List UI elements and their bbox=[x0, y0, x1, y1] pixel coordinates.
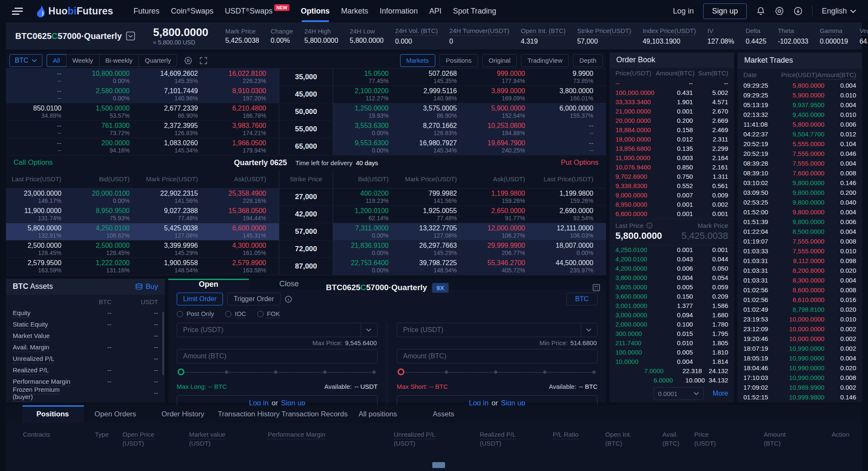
option-quote-cell[interactable]: 1,083.0260145.34% bbox=[142, 138, 211, 155]
order-book-ask-row[interactable]: 18,000.00000.0122.311 bbox=[609, 135, 734, 144]
tick-size-select[interactable]: 0.0001 bbox=[654, 387, 704, 400]
option-quote-cell[interactable]: 1,199.9800159.26% bbox=[538, 188, 606, 205]
order-book-bid-row[interactable]: 6.000010.00034.132 bbox=[609, 376, 734, 385]
bottom-tab-transaction-history[interactable]: Transaction History bbox=[218, 405, 280, 423]
option-quote-cell[interactable]: 8,910.0300197.20% bbox=[211, 86, 279, 103]
login-link[interactable]: Log in bbox=[673, 7, 694, 16]
option-quote-cell[interactable]: 14,609.2602145.35% bbox=[142, 69, 211, 86]
horizontal-scrollbar-thumb[interactable] bbox=[432, 462, 445, 468]
nav-item-markets[interactable]: Markets bbox=[341, 0, 368, 22]
bottom-tab-transaction-records[interactable]: Transaction Records bbox=[281, 405, 348, 423]
option-quote-cell[interactable]: 44,500.0000235.97% bbox=[538, 258, 606, 275]
option-quote-cell[interactable]: 12,000.0000106.27% bbox=[470, 223, 538, 240]
option-quote-cell[interactable]: 2,650.000091.77% bbox=[470, 206, 538, 223]
option-quote-cell[interactable]: 1,900.9558148.54% bbox=[142, 258, 211, 275]
order-book-bid-row[interactable]: 10.00000.0041.814 bbox=[609, 357, 734, 366]
option-quote-cell[interactable]: 4,300.0000161.05% bbox=[211, 241, 279, 258]
option-quote-cell[interactable]: 16,980.7927145.34% bbox=[401, 138, 470, 155]
order-book-bid-row[interactable]: 7.000022.31824.132 bbox=[609, 366, 734, 376]
option-quote-cell[interactable]: ---- bbox=[6, 69, 74, 86]
hamburger-menu-icon[interactable] bbox=[12, 8, 23, 14]
option-quote-cell[interactable]: 29,999.9900206.77% bbox=[470, 241, 538, 258]
view-tab-depth[interactable]: Depth bbox=[573, 54, 603, 67]
order-book-bid-row[interactable]: 211.74000.0101.805 bbox=[609, 338, 734, 348]
order-book-bid-row[interactable]: 3,800.00000.0040.054 bbox=[609, 273, 734, 283]
radio-fok[interactable]: FOK bbox=[257, 310, 280, 318]
option-quote-cell[interactable]: 6,210.4800186.78% bbox=[211, 103, 279, 120]
option-quote-cell[interactable]: 26,297.7663145.29% bbox=[401, 241, 470, 258]
option-quote-cell[interactable]: 15.050077.45% bbox=[333, 69, 401, 86]
info-icon[interactable] bbox=[285, 296, 292, 303]
option-quote-cell[interactable]: 3,575.000586.90% bbox=[401, 103, 470, 120]
option-quote-cell[interactable]: 400.0200119.23% bbox=[333, 188, 401, 205]
period-tab-all[interactable]: All bbox=[47, 54, 67, 67]
order-book-ask-row[interactable]: 8,950.00000.0010.002 bbox=[609, 200, 734, 209]
option-quote-cell[interactable]: 2,500.0000128.45% bbox=[6, 241, 74, 258]
order-type-limit-order[interactable]: Limit Order bbox=[177, 293, 223, 305]
short-amount-slider[interactable] bbox=[398, 368, 594, 376]
option-quote-cell[interactable]: 6,000.0000155.37% bbox=[538, 103, 606, 120]
option-quote-cell[interactable]: 7,101.7449140.98% bbox=[142, 86, 211, 103]
order-book-bid-row[interactable]: 4,200.01000.0430.044 bbox=[609, 255, 734, 264]
option-quote-cell[interactable]: 16,022.8100226.23% bbox=[211, 69, 279, 86]
view-tab-original[interactable]: Original bbox=[482, 54, 517, 67]
period-tab-weekly[interactable]: Weekly bbox=[66, 55, 99, 66]
option-quote-cell[interactable]: 2,999.5116140.98% bbox=[401, 86, 470, 103]
order-book-bid-row[interactable]: 3,000.00000.0941.680 bbox=[609, 310, 734, 320]
contract-dropdown-icon[interactable] bbox=[126, 31, 135, 41]
short-amount-input[interactable]: Amount (BTC) bbox=[397, 349, 598, 363]
option-quote-cell[interactable]: 11,900.0000131.74% bbox=[6, 206, 74, 223]
order-book-ask-row[interactable]: 13,856.68000.1352.299 bbox=[609, 144, 734, 153]
option-quote-cell[interactable]: 22,902.2315141.56% bbox=[142, 188, 211, 205]
view-tab-positions[interactable]: Positions bbox=[440, 54, 478, 67]
option-quote-cell[interactable]: 761.030073.72% bbox=[74, 121, 142, 138]
short-price-input[interactable]: Price (USDT) bbox=[397, 323, 598, 337]
nav-item-api[interactable]: API bbox=[429, 0, 442, 22]
order-book-ask-row[interactable]: 9,000.00000.0070.009 bbox=[609, 191, 734, 200]
chevron-down-icon[interactable] bbox=[581, 323, 591, 337]
view-tab-markets[interactable]: Markets bbox=[400, 54, 435, 67]
long-amount-slider[interactable] bbox=[178, 368, 374, 376]
option-quote-cell[interactable]: 1,966.0500179.94% bbox=[211, 138, 279, 155]
order-book-ask-row[interactable]: ------ bbox=[609, 79, 734, 88]
option-quote-cell[interactable]: 4,250.0100108.62% bbox=[74, 223, 142, 240]
bottom-tab-positions[interactable]: Positions bbox=[36, 405, 69, 423]
order-book-ask-row[interactable]: 10,076.94000.8502.161 bbox=[609, 163, 734, 172]
slider-thumb[interactable] bbox=[398, 368, 404, 375]
option-quote-cell[interactable]: 3,899.0000169.09% bbox=[470, 86, 538, 103]
option-quote-cell[interactable]: 21,836.91000.00% bbox=[333, 241, 401, 258]
radio-post-only[interactable]: Post Only bbox=[177, 310, 214, 318]
option-quote-cell[interactable]: 2,100.0200112.27% bbox=[333, 86, 401, 103]
order-book-ask-row[interactable]: 9,338.83000.5520.561 bbox=[609, 181, 734, 191]
option-quote-cell[interactable]: 2,579.8900163.58% bbox=[211, 258, 279, 275]
nav-item-spot-trading[interactable]: Spot Trading bbox=[453, 0, 496, 22]
view-tab-tradingview[interactable]: TradingView bbox=[521, 54, 569, 67]
buy-link[interactable]: Buy bbox=[135, 283, 158, 291]
option-quote-cell[interactable]: 5,900.0000152.54% bbox=[470, 103, 538, 120]
order-book-ask-row[interactable]: 9,702.69000.7501.311 bbox=[609, 172, 734, 181]
nav-item-usdt[interactable]: USDT® SwapsNEW bbox=[225, 0, 289, 22]
option-quote-cell[interactable]: 12,111.0000108.03% bbox=[538, 223, 606, 240]
order-book-ask-row[interactable]: 20,000.00000.2002.669 bbox=[609, 116, 734, 125]
option-quote-cell[interactable]: 2,372.3995126.83% bbox=[142, 121, 211, 138]
huobi-logo[interactable]: HuobiFutures bbox=[35, 5, 113, 17]
option-quote-cell[interactable]: 19,694.7900240.25% bbox=[470, 138, 538, 155]
fullscreen-icon[interactable] bbox=[199, 56, 208, 65]
option-quote-cell[interactable]: 999.0000177.94% bbox=[470, 69, 538, 86]
option-quote-cell[interactable]: 39,798.7225148.54% bbox=[401, 258, 470, 275]
calculator-icon[interactable] bbox=[593, 284, 600, 291]
long-price-input[interactable]: Price (USDT) bbox=[177, 323, 378, 337]
long-amount-input[interactable]: Amount (BTC) bbox=[177, 349, 378, 363]
option-quote-cell[interactable]: 507.0268145.35% bbox=[401, 69, 470, 86]
option-quote-cell[interactable]: 3,553.63000.00% bbox=[333, 121, 401, 138]
option-quote-cell[interactable]: ---- bbox=[6, 138, 74, 155]
option-quote-cell[interactable]: 9.990073.85% bbox=[538, 69, 606, 86]
option-quote-cell[interactable]: 3,399.9996145.29% bbox=[142, 241, 211, 258]
option-quote-cell[interactable]: 2,580.00000.00% bbox=[74, 86, 142, 103]
contract-selector[interactable]: BTC0625C57000·Quarterly bbox=[15, 31, 135, 41]
option-quote-cell[interactable]: 1,500.000053.57% bbox=[74, 103, 142, 120]
option-quote-cell[interactable]: 1,200.010062.14% bbox=[333, 206, 401, 223]
bottom-tab-all-positions[interactable]: All positions bbox=[359, 405, 397, 423]
option-quote-cell[interactable]: 3,983.7600174.21% bbox=[211, 121, 279, 138]
option-quote-cell[interactable]: ---- bbox=[538, 138, 606, 155]
